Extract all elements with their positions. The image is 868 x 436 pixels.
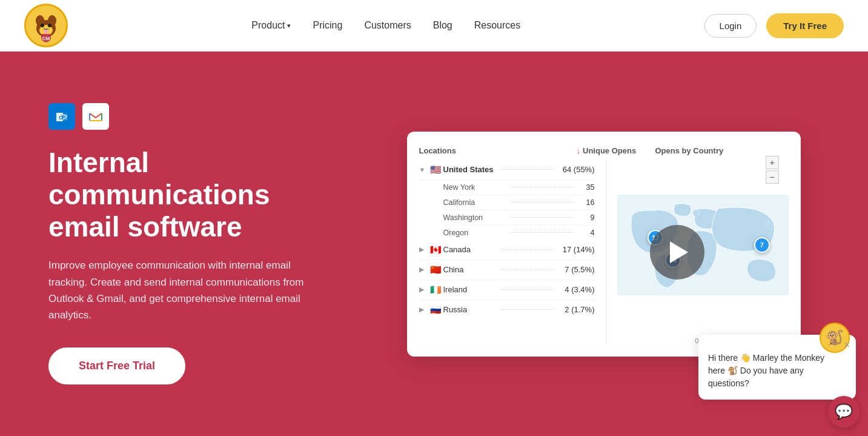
nav-resources-label: Resources [474,20,520,31]
hero-title: Internal communications email software [48,147,339,243]
dashboard-card: Locations ↓ Unique Opens Opens by Countr… [407,132,801,357]
hero-left: O Internal communications email software [48,103,339,384]
sub-row: Oregon 4 [443,226,595,240]
expand-icon[interactable]: ▶ [419,286,430,293]
chat-message: Hi there 👋 Marley the Monkey here 🐒 Do y… [708,352,832,390]
sort-arrow-icon: ↓ [577,146,581,155]
gmail-icon [82,103,109,130]
nav-product[interactable]: Product ▾ [251,20,291,31]
locations-col-header: Locations [419,146,577,155]
sub-row: California 16 [443,195,595,210]
table-row: ▶ 🇷🇺 Russia 2 (1.7%) [419,300,595,320]
sub-row: Washington 9 [443,210,595,226]
svg-point-7 [41,24,44,27]
nav-customers[interactable]: Customers [364,20,411,31]
nav-product-label: Product [251,20,285,31]
navbar: CM Product ▾ Pricing Customers Blog Reso… [0,0,868,52]
nav-blog-label: Blog [433,20,452,31]
expand-icon[interactable]: ▶ [419,246,430,253]
hero-right: Locations ↓ Unique Opens Opens by Countr… [388,132,820,357]
logo[interactable]: CM [24,4,68,47]
expand-icon[interactable]: ▶ [419,266,430,273]
hero-description: Improve employee communication with inte… [48,257,309,323]
login-button[interactable]: Login [704,14,757,38]
logo-circle: CM [24,4,68,47]
chevron-down-icon: ▾ [287,22,291,30]
start-free-trial-button[interactable]: Start Free Trial [48,347,185,384]
expand-icon[interactable]: ▼ [419,166,430,173]
nav-actions: Login Try It Free [704,13,844,38]
svg-text:CM: CM [42,36,50,41]
sub-row: New York 35 [443,180,595,195]
nav-links: Product ▾ Pricing Customers Blog Resourc… [251,20,520,31]
chat-bubble: 🐒 × Hi there 👋 Marley the Monkey here 🐒 … [698,335,856,400]
svg-point-9 [43,30,49,33]
table-row: ▼ 🇺🇸 United States 64 (55%) New York 3 [419,160,595,240]
us-sub-regions: New York 35 California 16 Washington [419,180,595,240]
nav-customers-label: Customers [364,20,411,31]
table-row: ▶ 🇨🇳 China 7 (5.5%) [419,260,595,280]
play-triangle-icon [670,241,688,263]
unique-opens-col-header: ↓ Unique Opens [577,146,643,155]
table-row: ▶ 🇨🇦 Canada 17 (14%) [419,240,595,260]
svg-point-8 [48,24,51,27]
nav-resources[interactable]: Resources [474,20,520,31]
play-button[interactable] [650,225,704,280]
table-map-wrapper: ▼ 🇺🇸 United States 64 (55%) New York 3 [419,160,789,344]
chat-icon: 💬 [835,403,853,420]
map-container: 17 64 7 0 50 [617,160,789,344]
try-it-free-button[interactable]: Try It Free [766,13,844,38]
hero-title-line2: email software [48,211,242,243]
expand-icon[interactable]: ▶ [419,306,430,314]
table-row: ▶ 🇮🇪 Ireland 4 (3.4%) [419,280,595,300]
divider [606,160,606,344]
map-pin-asia: 7 [754,237,770,253]
nav-blog[interactable]: Blog [433,20,452,31]
email-platform-icons: O [48,103,339,130]
chat-close-button[interactable]: × [844,340,850,350]
hero-title-line1: Internal communications [48,147,270,210]
nav-pricing-label: Pricing [313,20,342,31]
chat-open-button[interactable]: 💬 [828,396,860,428]
outlook-icon: O [48,103,75,130]
nav-pricing[interactable]: Pricing [313,20,342,31]
map-col-header: Opens by Country [655,146,724,155]
location-table: ▼ 🇺🇸 United States 64 (55%) New York 3 [419,160,595,344]
